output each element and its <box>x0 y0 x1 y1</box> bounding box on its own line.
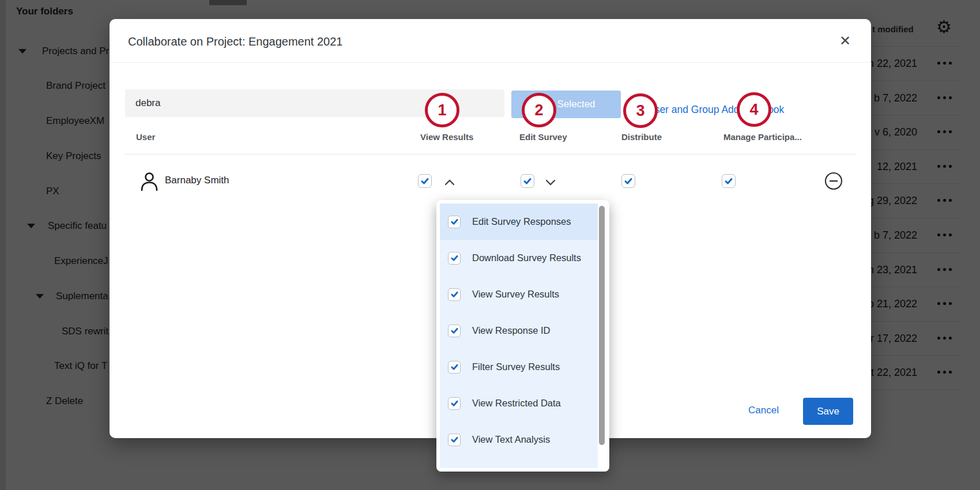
permissions-dropdown: Edit Survey ResponsesDownload Survey Res… <box>436 200 609 472</box>
column-header: Manage Participa... <box>723 132 802 142</box>
remove-collaborator-icon[interactable] <box>824 171 843 193</box>
permission-option-checkbox[interactable] <box>448 361 461 374</box>
annotation-circle-2: 2 <box>522 93 556 127</box>
permissions-list: Edit Survey ResponsesDownload Survey Res… <box>440 203 598 468</box>
permission-option-label: View Restricted Data <box>472 398 561 409</box>
column-header: View Results <box>420 132 473 142</box>
permission-option[interactable]: View Text Analysis <box>440 421 598 458</box>
permission-checkbox[interactable] <box>722 174 736 188</box>
permission-option-checkbox[interactable] <box>448 252 461 265</box>
modal-title: Collaborate on Project: Engagement 2021 <box>128 35 342 48</box>
permission-option-label: View Survey Results <box>472 289 559 300</box>
permission-option-checkbox[interactable] <box>448 397 461 410</box>
chevron-down-icon[interactable] <box>545 178 556 188</box>
permission-option-checkbox[interactable] <box>448 434 461 446</box>
annotation-circle-4: 4 <box>737 92 771 127</box>
permission-option[interactable]: Filter Survey Results <box>440 349 598 385</box>
permission-option-label: View Response ID <box>472 325 550 336</box>
column-header: User <box>136 132 155 142</box>
close-icon[interactable]: ✕ <box>839 34 851 48</box>
permission-option-checkbox[interactable] <box>448 288 461 301</box>
dropdown-scrollbar-track <box>598 203 606 468</box>
header-divider <box>110 62 871 63</box>
table-divider <box>125 154 856 154</box>
annotation-circle-3: 3 <box>623 93 658 128</box>
permission-option[interactable]: View Response ID <box>440 312 598 349</box>
cancel-button[interactable]: Cancel <box>748 405 779 416</box>
permission-option-label: View Text Analysis <box>472 434 550 445</box>
permission-checkbox[interactable] <box>521 174 534 188</box>
dropdown-scrollbar-thumb[interactable] <box>599 206 605 445</box>
person-icon <box>140 171 159 193</box>
annotation-circle-1: 1 <box>425 93 459 127</box>
permission-option-label: Download Survey Results <box>472 252 581 263</box>
chevron-up-icon[interactable] <box>444 178 455 188</box>
permission-option-label: Edit Survey Responses <box>472 216 571 227</box>
permission-option-checkbox[interactable] <box>448 325 461 337</box>
permission-option-label: Filter Survey Results <box>472 361 560 372</box>
permission-option[interactable]: Download Survey Results <box>440 240 598 276</box>
save-button[interactable]: Save <box>803 398 853 425</box>
column-header: Distribute <box>621 132 662 142</box>
permission-option[interactable]: View Survey Results <box>440 276 598 312</box>
permission-option[interactable]: View Restricted Data <box>440 385 598 421</box>
collaborator-name: Barnaby Smith <box>165 175 229 186</box>
permission-checkbox[interactable] <box>621 174 635 188</box>
permission-option-checkbox[interactable] <box>448 216 461 228</box>
permission-checkbox[interactable] <box>418 174 432 188</box>
column-header: Edit Survey <box>519 132 567 142</box>
permission-option[interactable]: Edit Survey Responses <box>440 203 598 240</box>
